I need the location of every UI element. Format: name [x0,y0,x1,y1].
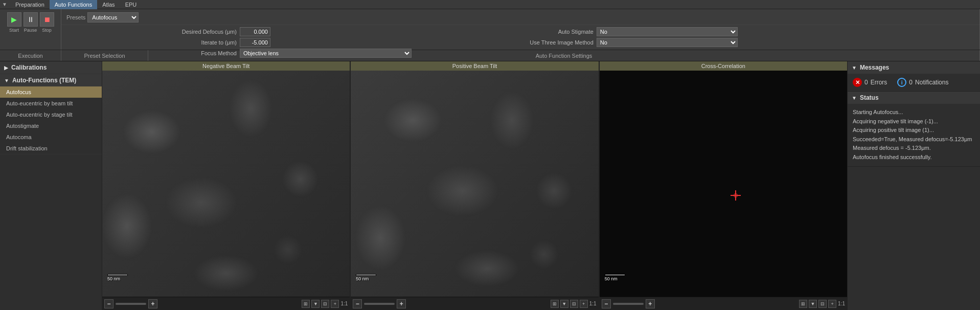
error-icon: ✕ [853,78,862,87]
panel-cross-ctrl-right: ⊞ ▼ ⊟ + 1:1 [799,300,845,308]
preset-selection-label: Preset Selection [61,50,148,61]
fit-icon-pos[interactable]: ⊞ [551,300,559,308]
iterate-to-label: Iterate to (μm) [66,39,237,46]
desired-defocus-input[interactable] [240,27,270,36]
panel-negative-controls: − + ⊞ ▼ ⊟ + 1:1 [102,297,350,310]
play-icon: ▶ [7,12,21,27]
panel-positive-image[interactable]: 50 nm [351,61,598,297]
panel-pos-ctrl-left: − + [353,299,406,308]
panel-pos-ctrl-right: ⊞ ▼ ⊟ + 1:1 [551,300,597,308]
panel-negative-title: Negative Beam Tilt [102,61,350,71]
fit-icon-neg[interactable]: ⊞ [302,300,310,308]
status-line-1: Acquiring negative tilt image (-1)... [853,117,975,126]
calibrations-chevron: ▶ [4,65,8,71]
sidebar-item-drift-stabilization[interactable]: Drift stabilization [0,143,102,154]
panel-cross-controls: − + ⊞ ▼ ⊟ + 1:1 [600,297,847,310]
notifications-label: Notifications [915,79,948,86]
sidebar-item-autocoma[interactable]: Autocoma [0,131,102,143]
sidebar-item-autostigmate[interactable]: Autostigmate [0,120,102,131]
tab-epu[interactable]: EPU [120,0,142,9]
panel-neg-ctrl-left: − + [104,299,157,308]
notifications-badge: i 0 Notifications [897,78,948,87]
sidebar-item-autofocus[interactable]: Autofocus [0,86,102,98]
sidebar-item-auto-eucentric-beam[interactable]: Auto-eucentric by beam tilt [0,98,102,109]
image-area: Negative Beam Tilt 50 nm − + ⊞ [102,61,847,310]
auto-stigmate-label: Auto Stigmate [415,29,594,35]
autofunctions-header[interactable]: ▼ Auto-Functions (TEM) [0,74,102,86]
tab-preparation[interactable]: Preparation [10,0,50,9]
status-line-0: Starting Autofocus... [853,108,975,117]
zoom-out-btn-cross[interactable]: − [602,299,611,308]
brightness-slider-cross[interactable] [613,303,644,305]
add-icon-pos[interactable]: + [580,300,588,308]
brightness-slider-pos[interactable] [364,303,395,305]
zoom-label-pos: 1:1 [589,301,597,306]
messages-header[interactable]: ▼ Messages [848,61,980,74]
tab-atlas[interactable]: Atlas [97,0,120,9]
sidebar-group-autofunctions: ▼ Auto-Functions (TEM) Autofocus Auto-eu… [0,74,102,154]
zoom-label-cross: 1:1 [838,301,845,306]
filter-icon-cross[interactable]: ▼ [809,300,817,308]
main-content: ▶ Calibrations ▼ Auto-Functions (TEM) Au… [0,61,980,310]
autofunctions-label: Auto-Functions (TEM) [12,77,76,84]
filter-icon-pos[interactable]: ▼ [560,300,568,308]
status-line-3: Succeeded=True, Measured defocus=-5.123μ… [853,135,975,144]
panel-cross-correlation: Cross-Correlation 50 nm [600,61,847,310]
pause-button[interactable]: ⏸ Pause [24,12,38,33]
messages-row: ✕ 0 Errors i 0 Notifications [848,74,980,91]
use-three-image-label: Use Three Image Method [415,39,594,46]
auto-stigmate-select[interactable]: No [597,27,738,36]
filter-icon-neg[interactable]: ▼ [311,300,320,308]
add-icon-cross[interactable]: + [828,300,836,308]
tab-auto-functions[interactable]: Auto Functions [50,0,97,9]
save-icon-pos[interactable]: ⊟ [570,300,578,308]
section-header-labels: Execution Preset Selection Auto Function… [0,50,980,61]
presets-label: Presets [66,14,85,20]
scale-bar-cross: 50 nm [605,274,625,281]
nav-arrow[interactable]: ▼ [2,2,7,7]
preset-row: Presets Autofocus [66,12,139,23]
left-sidebar: ▶ Calibrations ▼ Auto-Functions (TEM) Au… [0,61,102,310]
zoom-in-btn-neg[interactable]: + [148,299,157,308]
panel-positive-controls: − + ⊞ ▼ ⊟ + 1:1 [351,297,598,310]
zoom-label-neg: 1:1 [340,301,348,306]
panel-negative-beam-tilt: Negative Beam Tilt 50 nm − + ⊞ [102,61,351,310]
status-line-4: Measured defocus = -5.123μm. [853,144,975,153]
zoom-in-btn-cross[interactable]: + [646,299,655,308]
brightness-slider-neg[interactable] [116,303,146,305]
desired-defocus-label: Desired Defocus (μm) [66,29,237,35]
zoom-out-btn-pos[interactable]: − [353,299,362,308]
iterate-to-input[interactable] [240,38,270,47]
stop-button[interactable]: ⏹ Stop [40,12,54,33]
panel-neg-ctrl-right: ⊞ ▼ ⊟ + 1:1 [302,300,348,308]
messages-section: ▼ Messages ✕ 0 Errors i 0 Notifications [848,61,980,92]
status-title: Status [860,94,879,101]
calibrations-label: Calibrations [11,64,47,71]
status-line-5: Autofocus finished successfully. [853,153,975,162]
exec-buttons: ▶ Start ⏸ Pause ⏹ Stop [7,12,54,33]
fit-icon-cross[interactable]: ⊞ [799,300,807,308]
execution-section: ▶ Start ⏸ Pause ⏹ Stop [0,9,61,50]
preset-select[interactable]: Autofocus [87,12,139,23]
errors-badge: ✕ 0 Errors [853,78,887,87]
panel-cross-image[interactable]: 50 nm [600,61,847,297]
scale-bar-positive: 50 nm [356,274,376,281]
status-header[interactable]: ▼ Status [848,92,980,104]
save-icon-cross[interactable]: ⊟ [818,300,827,308]
save-icon-neg[interactable]: ⊟ [321,300,329,308]
status-line-2: Acquiring positive tilt image (1)... [853,126,975,135]
panel-negative-image[interactable]: 50 nm [102,61,350,297]
panel-positive-title: Positive Beam Tilt [351,61,598,71]
start-button[interactable]: ▶ Start [7,12,21,33]
af-settings-label: Auto Function Settings [148,50,980,61]
sidebar-item-auto-eucentric-stage[interactable]: Auto-eucentric by stage tilt [0,109,102,120]
zoom-in-btn-pos[interactable]: + [397,299,406,308]
execution-section-label: Execution [0,50,61,61]
zoom-out-btn-neg[interactable]: − [104,299,113,308]
errors-count: 0 [864,79,868,86]
use-three-image-select[interactable]: No [597,38,738,47]
pause-label: Pause [24,28,37,33]
calibrations-header[interactable]: ▶ Calibrations [0,61,102,74]
panel-cross-ctrl-left: − + [602,299,655,308]
add-icon-neg[interactable]: + [331,300,339,308]
